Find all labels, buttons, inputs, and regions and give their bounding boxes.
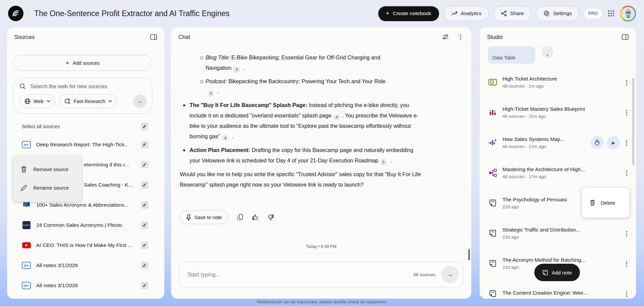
item-more-menu-icon[interactable] [624, 139, 630, 147]
studio-item[interactable]: The Content Creation Engine: Wee... [480, 278, 636, 299]
studio-item[interactable]: High Ticket Architecture 48 sources · 1m… [480, 67, 636, 97]
notebooklm-logo-icon[interactable] [8, 6, 23, 21]
save-to-note-label: Save to note [195, 215, 222, 220]
chat-more-menu-icon[interactable] [458, 33, 464, 41]
source-checkbox[interactable] [141, 161, 148, 168]
note-doc-icon [488, 260, 498, 267]
rename-source-label: Rename source [33, 185, 69, 191]
note-source-icon: m+ [22, 282, 31, 289]
chat-panel-header: Chat [171, 28, 471, 47]
rename-source-menu-item[interactable]: Rename source [13, 178, 82, 197]
studio-item[interactable]: Mastering the Architecture of High... 48… [480, 158, 636, 188]
studio-item-title: High-Ticket Mastery Sales Blueprint [502, 106, 624, 112]
chat-bullet: The "Buy It For Life Basecamp" Splash Pa… [190, 100, 421, 142]
collapse-panel-icon[interactable] [150, 34, 157, 40]
thumbs-down-icon[interactable] [267, 214, 274, 220]
sources-title: Sources [14, 34, 35, 40]
add-note-button[interactable]: Add note [534, 264, 580, 281]
source-row[interactable]: AI CEO: THIS is How I'd Make My First ..… [7, 235, 164, 255]
source-checkbox[interactable] [141, 262, 148, 269]
studio-item[interactable]: High-Ticket Mastery Sales Blueprint 48 s… [480, 97, 636, 128]
expand-panel-icon[interactable] [622, 34, 629, 40]
create-notebook-button[interactable]: Create notebook [378, 6, 439, 21]
top-bar: The One-Sentence Profit Extractor and AI… [0, 0, 644, 27]
search-input[interactable] [31, 84, 147, 90]
item-more-menu-icon[interactable] [624, 260, 630, 267]
chip-chevron-button[interactable]: › [541, 47, 553, 58]
source-context-menu: Remove source Rename source [13, 155, 82, 202]
add-note-label: Add note [552, 270, 572, 275]
studio-item[interactable]: Strategic Traffic and Distribution... 22… [480, 218, 636, 248]
arrow-right-icon [137, 98, 143, 105]
source-count-label: 48 sources [413, 272, 435, 277]
interactive-mode-button[interactable] [590, 136, 604, 149]
studio-panel-header: Studio [480, 28, 636, 47]
chat-sub-bullet-list: Blog Title: E-Bike Bikepacking: Essentia… [180, 52, 394, 97]
item-more-menu-icon[interactable] [624, 109, 630, 116]
chat-message: Blog Title: E-Bike Bikepacking: Essentia… [180, 52, 425, 190]
item-more-menu-icon[interactable] [624, 169, 630, 177]
research-chip-label: Fast Research [74, 99, 105, 104]
citation-chip[interactable]: 3 [207, 90, 214, 97]
play-audio-button[interactable] [607, 136, 620, 149]
citation-chip[interactable]: 4 [222, 135, 229, 142]
citation-chip[interactable]: 5 [380, 159, 387, 166]
studio-item-title: The Acronym Method for Batching... [502, 257, 624, 263]
chat-settings-tune-icon[interactable] [442, 34, 449, 40]
share-icon [501, 10, 507, 16]
research-mode-chip[interactable]: Fast Research [59, 94, 117, 108]
source-row[interactable]: m+ All notes 3/1/2026 [7, 255, 164, 275]
note-doc-icon [488, 290, 498, 297]
studio-item-title: Mastering the Architecture of High... [502, 166, 624, 172]
data-table-chip-label: Data Table [492, 55, 516, 60]
settings-button[interactable]: Settings [536, 6, 579, 21]
user-avatar[interactable] [620, 6, 636, 21]
google-apps-grid-icon[interactable] [607, 9, 615, 18]
item-more-menu-icon[interactable] [624, 79, 630, 86]
citation-chip[interactable]: 4 [333, 114, 340, 121]
source-checkbox[interactable] [141, 181, 148, 189]
data-table-chip[interactable]: Data Table [488, 47, 535, 64]
add-sources-button[interactable]: Add sources [13, 55, 152, 71]
thumbs-up-icon[interactable] [252, 214, 259, 220]
chat-bullet-list: The "Buy It For Life Basecamp" Splash Pa… [180, 100, 421, 166]
pin-icon [186, 214, 191, 220]
studio-item-meta: 48 sources · 17m ago [502, 174, 624, 179]
source-checkbox[interactable] [141, 282, 148, 289]
source-checkbox[interactable] [141, 242, 148, 249]
item-more-menu-icon[interactable] [624, 290, 630, 298]
remove-source-menu-item[interactable]: Remove source [13, 160, 82, 178]
share-button[interactable]: Share [494, 6, 531, 21]
chat-input[interactable] [187, 271, 413, 278]
source-title: Deep Research Report: The High-Tick... [36, 142, 141, 148]
chat-scrollbar-thumb[interactable] [468, 249, 470, 260]
select-all-checkbox[interactable] [141, 123, 148, 130]
trending-up-icon [451, 11, 458, 16]
studio-item-meta: 48 sources · 1m ago [502, 84, 624, 89]
studio-scrollbar-thumb[interactable] [632, 78, 634, 165]
send-message-button[interactable] [441, 266, 459, 283]
source-title: Sales Coaching - K... [84, 182, 141, 188]
play-icon [612, 140, 615, 145]
source-row[interactable]: m+ All notes 3/1/2026 [7, 275, 164, 296]
delete-menu-item[interactable]: Delete [582, 188, 629, 217]
copy-response-icon[interactable] [237, 214, 243, 221]
source-row[interactable]: PLECTO 24 Common Sales Acronyms | Plecto [7, 215, 164, 235]
source-row[interactable]: m+ Deep Research Report: The High-Tick..… [7, 135, 164, 155]
search-submit-button[interactable] [133, 95, 147, 108]
source-checkbox[interactable] [141, 141, 148, 148]
trash-icon [20, 166, 27, 173]
select-all-label: Select all sources [22, 124, 60, 129]
globe-icon [24, 98, 31, 104]
source-checkbox[interactable] [141, 221, 148, 229]
web-source-chip[interactable]: Web [19, 94, 55, 108]
studio-chip-row: Data Table › [480, 47, 636, 66]
save-to-note-button[interactable]: Save to note [180, 210, 228, 224]
studio-item-title: Strategic Traffic and Distribution... [502, 227, 624, 233]
book-favicon-icon [22, 201, 31, 209]
citation-chip[interactable]: 3 [233, 66, 240, 73]
source-checkbox[interactable] [141, 201, 148, 209]
analytics-button[interactable]: Analytics [444, 6, 489, 21]
item-more-menu-icon[interactable] [624, 230, 630, 237]
studio-item[interactable]: How Sales Systems Map... 48 sources · 12… [480, 128, 636, 158]
